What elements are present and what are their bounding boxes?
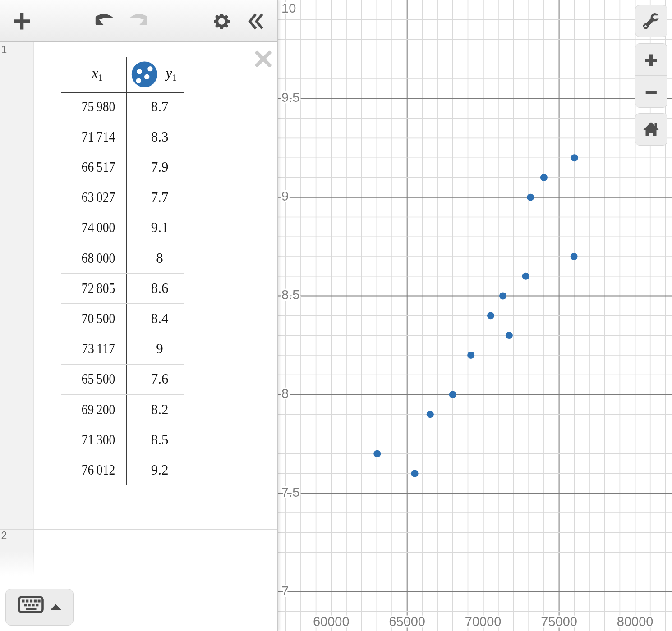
svg-text:75000: 75000 xyxy=(541,614,577,629)
svg-text:7.5: 7.5 xyxy=(281,485,299,499)
svg-text:8.5: 8.5 xyxy=(281,288,299,302)
svg-text:7: 7 xyxy=(281,584,289,598)
svg-text:10: 10 xyxy=(281,1,296,15)
svg-text:70000: 70000 xyxy=(465,614,502,629)
svg-text:60000: 60000 xyxy=(313,614,350,629)
svg-text:9.5: 9.5 xyxy=(281,90,299,105)
svg-text:65000: 65000 xyxy=(389,614,425,629)
svg-text:9: 9 xyxy=(281,189,289,203)
svg-text:80000: 80000 xyxy=(617,614,654,629)
svg-text:8: 8 xyxy=(281,386,289,401)
